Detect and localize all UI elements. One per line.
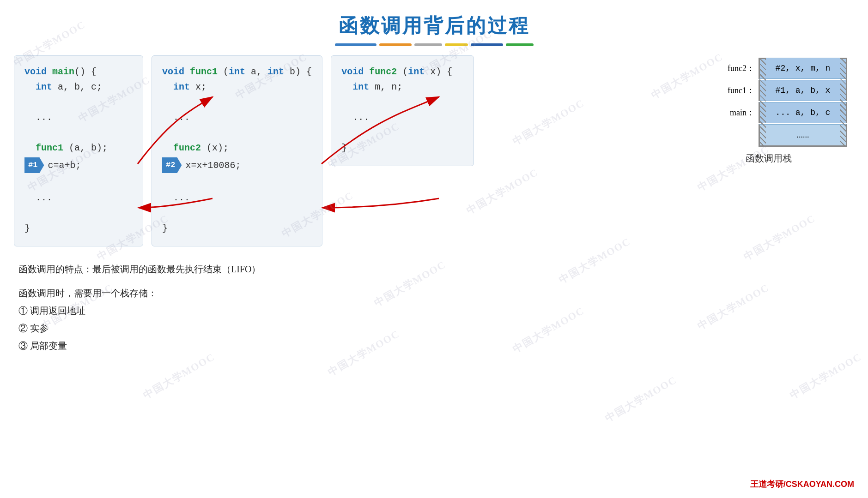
badge-2: #2 [162,157,182,173]
code-main: void main() { int a, b, c; ... func1 (a,… [14,55,143,246]
bottom-section: 函数调用的特点：最后被调用的函数最先执行结束（LIFO） 函数调用时，需要用一个… [0,246,868,354]
bar-6 [506,43,534,46]
bar-2 [379,43,412,46]
bar-1 [335,43,376,46]
bottom-line2: 函数调用时，需要用一个栈存储： [18,284,850,302]
badge-1: #1 [24,157,44,173]
bottom-line3: ① 调用返回地址 [18,302,850,319]
color-bars [0,43,868,46]
bar-4 [445,43,468,46]
stack-label-func2: func2： [718,63,755,74]
code-func2: void func2 (int x) { int m, n; ... } [331,55,474,166]
bar-3 [414,43,442,46]
stack-title: 函数调用栈 [746,152,792,165]
page-title: 函数调用背后的过程 [0,0,868,39]
stack-label-func1: func1： [718,85,755,96]
bottom-line4: ② 实参 [18,319,850,337]
bottom-line1: 函数调用的特点：最后被调用的函数最先执行结束（LIFO） [18,260,850,278]
code-func1: void func1 (int a, int b) { int x; ... f… [152,55,322,246]
branding: 王道考研/CSKAOYAN.COM [750,479,854,490]
stack-label-main: main： [718,107,755,118]
bar-5 [471,43,503,46]
bottom-line5: ③ 局部变量 [18,337,850,354]
stack-section: func2： #2, x, m, n func1： #1, a, b, x ma… [683,55,854,246]
